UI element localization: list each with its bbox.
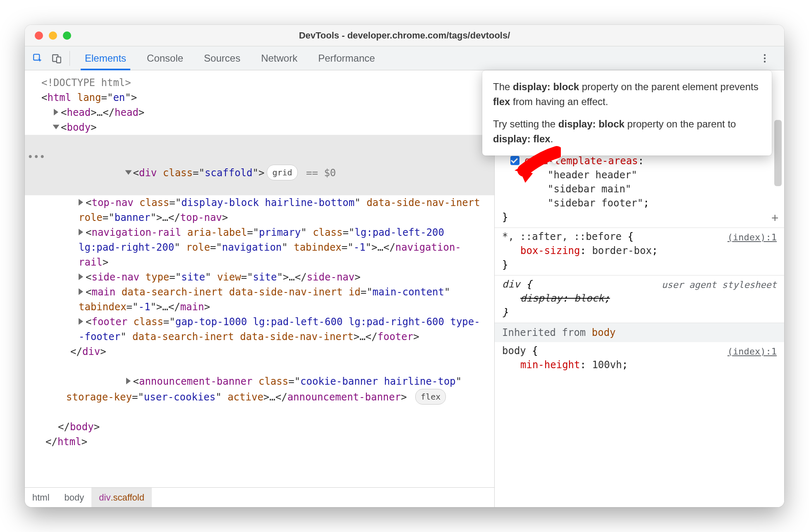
dom-html-close[interactable]: </html> (25, 434, 494, 449)
svg-rect-0 (34, 54, 39, 60)
dom-doctype[interactable]: <!DOCTYPE html> (25, 75, 494, 90)
svg-rect-2 (57, 57, 61, 62)
rule-ua-div[interactable]: user agent stylesheet div { display: blo… (495, 276, 784, 323)
dom-node-main[interactable]: <main data-search-inert data-side-nav-in… (25, 285, 494, 314)
svg-point-5 (764, 60, 766, 62)
dom-html-open[interactable]: <html lang="en"> (25, 90, 494, 105)
tab-network[interactable]: Network (257, 46, 302, 70)
devtools-window: DevTools - developer.chrome.com/tags/dev… (25, 25, 784, 507)
traffic-lights (25, 31, 71, 40)
annotation-arrow (511, 145, 561, 188)
close-window-button[interactable] (35, 31, 43, 40)
device-toggle-icon[interactable] (47, 49, 66, 68)
breadcrumb: html body div.scaffold (25, 487, 494, 507)
more-icon[interactable] (755, 49, 774, 68)
ua-source: user agent stylesheet (662, 278, 777, 292)
rule-universal[interactable]: (index):1 *, ::after, ::before { box-siz… (495, 228, 784, 276)
crumb-body[interactable]: body (57, 488, 92, 507)
dom-node-navigation-rail[interactable]: <navigation-rail aria-label="primary" cl… (25, 225, 494, 270)
dom-head[interactable]: <head>…</head> (25, 105, 494, 120)
tab-performance[interactable]: Performance (314, 46, 379, 70)
panel-tabs: Elements Console Sources Network Perform… (81, 46, 379, 70)
toolbar-divider (69, 51, 70, 66)
add-declaration-icon[interactable]: + (771, 211, 778, 225)
dom-pane: <!DOCTYPE html> <html lang="en"> <head>…… (25, 70, 495, 507)
source-link[interactable]: (index):1 (728, 230, 777, 244)
tab-console[interactable]: Console (143, 46, 187, 70)
more-actions-icon[interactable]: ••• (27, 150, 45, 165)
rule-body[interactable]: (index):1 body { min-height: 100vh; (495, 342, 784, 375)
window-title: DevTools - developer.chrome.com/tags/dev… (25, 30, 784, 41)
tab-elements[interactable]: Elements (81, 46, 130, 70)
crumb-html[interactable]: html (25, 488, 57, 507)
crumb-div-scaffold[interactable]: div.scaffold (91, 488, 152, 507)
maximize-window-button[interactable] (63, 31, 71, 40)
devtools-toolbar: Elements Console Sources Network Perform… (25, 46, 784, 70)
inspect-icon[interactable] (28, 49, 47, 68)
dom-body-close[interactable]: </body> (25, 419, 494, 434)
dom-selected-div[interactable]: ••• <div class="scaffold">grid == $0 (25, 135, 494, 195)
dom-node-top-nav[interactable]: <top-nav class="display-block hairline-b… (25, 195, 494, 225)
titlebar: DevTools - developer.chrome.com/tags/dev… (25, 25, 784, 46)
minimize-window-button[interactable] (49, 31, 57, 40)
dom-body-open[interactable]: <body> (25, 120, 494, 135)
source-link-body[interactable]: (index):1 (728, 345, 777, 359)
svg-point-3 (764, 54, 766, 55)
inactive-css-tooltip: The display: block property on the paren… (482, 70, 772, 156)
flex-badge[interactable]: flex (415, 389, 446, 405)
dom-node-side-nav[interactable]: <side-nav type="site" view="site">…</sid… (25, 270, 494, 285)
dom-div-close[interactable]: </div> (25, 344, 494, 359)
dom-announcement[interactable]: <announcement-banner class="cookie-banne… (25, 359, 494, 419)
dom-node-footer[interactable]: <footer class="gap-top-1000 lg:pad-left-… (25, 314, 494, 344)
inherited-header: Inherited from body (495, 323, 784, 342)
dom-tree[interactable]: <!DOCTYPE html> <html lang="en"> <head>…… (25, 70, 494, 487)
svg-point-4 (764, 57, 766, 59)
tab-sources[interactable]: Sources (200, 46, 244, 70)
grid-badge[interactable]: grid (267, 165, 297, 180)
